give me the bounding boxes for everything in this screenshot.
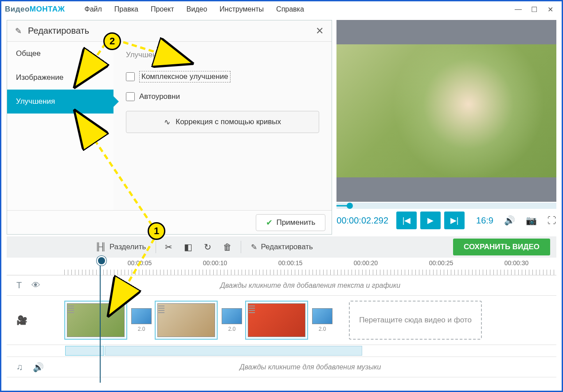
- playhead[interactable]: [100, 259, 101, 383]
- ruler-tick: 00:00:15: [278, 259, 303, 267]
- ruler-tick: 00:00:20: [354, 259, 378, 267]
- preview-panel: 00:00:02.292 |◀ ▶ ▶| 16:9 🔊 📷 ⛶: [336, 20, 556, 235]
- clip-audio-track: [7, 345, 556, 357]
- curves-icon: ∿: [164, 118, 170, 127]
- next-button[interactable]: ▶|: [444, 212, 465, 229]
- edit-panel-title: Редактировать: [28, 26, 316, 36]
- timeline-toolbar: ╟╢ Разделить ✂ ◧ ↻ 🗑 ✎ Редактировать СОХ…: [7, 236, 556, 258]
- music-icon[interactable]: ♫: [16, 362, 23, 372]
- curves-button-label: Коррекция с помощью кривых: [176, 118, 281, 126]
- menu-project[interactable]: Проект: [145, 3, 180, 16]
- menu-file[interactable]: Файл: [78, 3, 108, 16]
- pencil-icon: ✎: [251, 243, 257, 252]
- clip-audio-1[interactable]: [65, 346, 104, 356]
- video-preview[interactable]: [336, 20, 556, 202]
- menu-tools[interactable]: Инструменты: [213, 3, 270, 16]
- transition-1[interactable]: 2.0: [130, 306, 153, 334]
- prev-button[interactable]: |◀: [396, 212, 417, 229]
- crop-button[interactable]: ◧: [180, 240, 197, 254]
- text-icon[interactable]: T: [16, 280, 22, 290]
- checkbox-autolevels[interactable]: Автоуровни: [126, 92, 319, 101]
- video-frame: [336, 44, 556, 177]
- edit-panel-header: ✎ Редактировать ✕: [7, 20, 332, 42]
- video-drop-zone[interactable]: Перетащите сюда видео и фото: [349, 301, 482, 340]
- edit-panel: ✎ Редактировать ✕ Общее Изображение Улуч…: [7, 20, 332, 235]
- checkbox-complex-enhancement[interactable]: Комплексное улучшение: [126, 71, 319, 82]
- rotate-button[interactable]: ↻: [199, 240, 216, 254]
- camera-icon[interactable]: 🎥: [16, 315, 27, 325]
- window-controls: — ☐ ✕: [510, 3, 558, 16]
- timecode: 00:00:02.292: [336, 216, 388, 226]
- snapshot-icon[interactable]: 📷: [526, 215, 537, 226]
- clip-2[interactable]: [155, 301, 218, 340]
- titlebar: ВидеоМОНТАЖ Файл Правка Проект Видео Инс…: [1, 1, 562, 17]
- tab-enhancements[interactable]: Улучшения: [7, 90, 113, 114]
- clip-audio-2[interactable]: [105, 346, 362, 356]
- menu-video[interactable]: Видео: [180, 3, 214, 16]
- minimize-button[interactable]: —: [510, 3, 526, 16]
- check-icon: ✔: [266, 218, 273, 227]
- cut-button[interactable]: ✂: [160, 240, 177, 254]
- visibility-icon[interactable]: 👁: [31, 280, 40, 290]
- save-video-button[interactable]: СОХРАНИТЬ ВИДЕО: [453, 239, 550, 255]
- text-track: T 👁 Дважды кликните для добавления текст…: [7, 275, 556, 296]
- edit-panel-footer: ✔ Применить: [7, 210, 332, 234]
- music-track: ♫ 🔊 Дважды кликните для добавления музык…: [7, 357, 556, 377]
- transition-2[interactable]: 2.0: [220, 306, 243, 334]
- tab-image[interactable]: Изображение: [7, 66, 113, 90]
- app-logo: ВидеоМОНТАЖ: [5, 5, 65, 14]
- close-button[interactable]: ✕: [542, 3, 558, 16]
- ruler-tick: 00:00:05: [128, 259, 152, 267]
- checkbox-autolevels-label: Автоуровни: [139, 92, 180, 101]
- logo-part-a: Видео: [5, 5, 30, 13]
- video-lane[interactable]: 2.0 2.0 2.0 Перетащите сюда видео и фото: [64, 296, 556, 345]
- curves-correction-button[interactable]: ∿ Коррекция с помощью кривых: [126, 111, 319, 133]
- timeline: 00:00:05 00:00:10 00:00:15 00:00:20 00:0…: [7, 259, 556, 377]
- edit-clip-button[interactable]: ✎ Редактировать: [246, 241, 318, 254]
- logo-part-b: МОНТАЖ: [30, 5, 65, 13]
- text-placeholder: Дважды кликните для добавления текста и …: [64, 282, 556, 290]
- annotation-1: 1: [148, 222, 165, 240]
- edit-panel-close-icon[interactable]: ✕: [316, 25, 324, 37]
- edit-icon: ✎: [15, 26, 22, 36]
- clip-1[interactable]: [64, 301, 127, 340]
- split-button[interactable]: ╟╢ Разделить: [90, 241, 151, 253]
- fullscreen-icon[interactable]: ⛶: [547, 216, 556, 226]
- main-menu: Файл Правка Проект Видео Инструменты Спр…: [78, 3, 310, 16]
- scrub-bar[interactable]: [336, 203, 556, 209]
- apply-button[interactable]: ✔ Применить: [256, 214, 325, 231]
- transition-3[interactable]: 2.0: [311, 306, 334, 334]
- clip-3[interactable]: [245, 301, 308, 340]
- edit-clip-label: Редактировать: [261, 243, 313, 251]
- annotation-2: 2: [103, 32, 121, 50]
- ruler-tick: 00:00:10: [203, 259, 227, 267]
- video-track: 🎥 2.0 2.0 2.0 Перетащите сюда видео и фо…: [7, 296, 556, 345]
- section-label: Улучшения: [126, 51, 319, 59]
- text-lane[interactable]: Дважды кликните для добавления текста и …: [64, 279, 556, 292]
- split-label: Разделить: [109, 243, 146, 251]
- music-lane[interactable]: Дважды кликните для добавления музыки: [64, 361, 556, 374]
- apply-button-label: Применить: [276, 218, 315, 227]
- time-ruler[interactable]: 00:00:05 00:00:10 00:00:15 00:00:20 00:0…: [7, 259, 556, 275]
- volume-icon[interactable]: 🔊: [504, 215, 515, 226]
- play-button[interactable]: ▶: [420, 212, 441, 229]
- menu-help[interactable]: Справка: [270, 3, 310, 16]
- tab-general[interactable]: Общее: [7, 42, 113, 66]
- split-icon: ╟╢: [95, 243, 106, 251]
- track-volume-icon[interactable]: 🔊: [33, 362, 44, 372]
- checkbox-complex-label: Комплексное улучшение: [139, 71, 231, 82]
- maximize-button[interactable]: ☐: [526, 3, 542, 16]
- ruler-tick: 00:00:25: [429, 259, 454, 267]
- checkbox-complex-input[interactable]: [126, 72, 135, 81]
- checkbox-autolevels-input[interactable]: [126, 92, 135, 101]
- music-placeholder: Дважды кликните для добавления музыки: [64, 363, 556, 371]
- aspect-ratio[interactable]: 16:9: [476, 216, 493, 226]
- delete-button[interactable]: 🗑: [219, 240, 236, 254]
- playback-controls: 00:00:02.292 |◀ ▶ ▶| 16:9 🔊 📷 ⛶: [336, 209, 556, 232]
- edit-tabs: Общее Изображение Улучшения: [7, 42, 113, 210]
- scrub-handle[interactable]: [347, 203, 353, 209]
- edit-content: Улучшения Комплексное улучшение Автоуров…: [113, 42, 332, 210]
- ruler-tick: 00:00:30: [504, 259, 529, 267]
- menu-edit[interactable]: Правка: [108, 3, 145, 16]
